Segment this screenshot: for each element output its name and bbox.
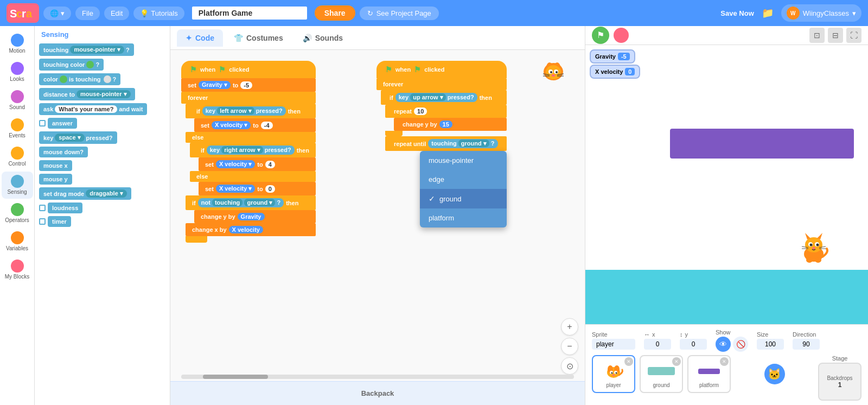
block-mouse-x[interactable]: mouse x — [39, 160, 165, 172]
green-flag-button[interactable]: ⚑ — [592, 27, 609, 44]
stage-thumbnail[interactable]: Backdrops 1 — [818, 363, 861, 401]
user-badge[interactable]: W WiingyClasses ▾ — [781, 4, 861, 22]
block-if-left[interactable]: if key left arrow ▾ pressed? then — [186, 104, 316, 118]
zoom-reset-button[interactable]: ⊙ — [561, 357, 578, 375]
y-value-input[interactable] — [680, 339, 707, 350]
dropdown-item-ground[interactable]: ✓ ground — [420, 189, 507, 208]
sound-label: Sound — [9, 104, 25, 111]
horizontal-scrollbar[interactable] — [181, 375, 574, 379]
sidebar-item-myblocks[interactable]: My Blocks — [2, 256, 33, 283]
x-value-input[interactable] — [644, 339, 671, 350]
show-visible-button[interactable]: 👁 — [716, 337, 731, 352]
sidebar-item-variables[interactable]: Variables — [2, 228, 33, 255]
block-if-right[interactable]: if key right arrow ▾ pressed? then — [190, 143, 316, 157]
ground-sprite-label: ground — [653, 382, 669, 388]
motion-label: Motion — [9, 48, 25, 54]
repeat-close-1 — [385, 131, 403, 136]
dropdown-item-platform[interactable]: platform — [420, 208, 507, 227]
block-answer[interactable]: answer — [39, 117, 165, 129]
block-set-gravity[interactable]: set Gravity ▾ to -5 — [181, 78, 316, 92]
sprite-thumb-ground[interactable]: ✕ ground — [640, 355, 683, 393]
left-hat-block[interactable]: ⚑ when ⚑ clicked — [181, 61, 316, 78]
block-set-xvel-0[interactable]: set X velocity ▾ to 0 — [199, 182, 316, 195]
direction-input[interactable] — [793, 339, 820, 350]
loudness-checkbox[interactable] — [39, 205, 46, 211]
timer-checkbox[interactable] — [39, 218, 46, 225]
see-project-button[interactable]: ↻ See Project Page — [360, 7, 439, 20]
block-change-y-gravity[interactable]: change y by Gravity — [194, 210, 316, 223]
size-input[interactable] — [757, 339, 784, 350]
add-sprite-button[interactable]: 🐱 — [764, 364, 785, 384]
zoom-in-button[interactable]: + — [561, 318, 578, 336]
svg-point-12 — [552, 74, 555, 77]
dropdown-label-platform: platform — [429, 214, 454, 222]
layout-large-button[interactable]: ⊟ — [828, 28, 843, 43]
block-forever[interactable]: forever — [181, 92, 316, 104]
block-change-y-15[interactable]: change y by 15 — [394, 118, 507, 131]
block-set-xvel-neg4[interactable]: set X velocity ▾ to -4 — [194, 118, 316, 132]
globe-button[interactable]: 🌐 ▾ — [43, 7, 71, 20]
sidebar-item-events[interactable]: Events — [2, 115, 33, 142]
sidebar-item-motion[interactable]: Motion — [2, 30, 33, 58]
block-timer-row: timer — [39, 216, 165, 227]
file-label: File — [82, 9, 93, 17]
sidebar-item-sound[interactable]: Sound — [2, 87, 33, 114]
y-label-row: ↕ y — [680, 331, 707, 338]
right-forever[interactable]: forever — [376, 78, 507, 90]
player-delete-button[interactable]: ✕ — [624, 357, 633, 366]
ground-delete-button[interactable]: ✕ — [672, 357, 681, 366]
block-touching[interactable]: touching mouse-pointer ▾ ? — [39, 43, 165, 56]
scratch-logo[interactable]: S c r a — [7, 3, 39, 23]
tab-sounds[interactable]: 🔊 Sounds — [294, 29, 352, 47]
tab-costumes[interactable]: 👕 Costumes — [225, 29, 292, 47]
block-drag-mode[interactable]: set drag mode draggable ▾ — [39, 187, 165, 200]
folder-icon[interactable]: 📁 — [758, 7, 777, 19]
block-mouse-y[interactable]: mouse y — [39, 173, 165, 185]
layout-small-button[interactable]: ⊡ — [809, 28, 825, 43]
block-color-touching[interactable]: color is touching ? — [39, 73, 165, 86]
show-hidden-button[interactable]: 🚫 — [733, 337, 748, 352]
block-ask[interactable]: ask What's your name? and wait — [39, 103, 165, 116]
block-if-up[interactable]: if key up arrow ▾ pressed? then — [381, 90, 507, 105]
share-button[interactable]: Share — [315, 5, 355, 21]
show-group: Show 👁 🚫 — [716, 329, 748, 352]
block-change-x-xvel[interactable]: change x by X velocity — [186, 223, 316, 236]
stop-button[interactable] — [614, 28, 629, 43]
edit-menu[interactable]: Edit — [104, 7, 129, 20]
block-touching-color[interactable]: touching color ? — [39, 58, 165, 71]
project-title-input[interactable] — [191, 5, 308, 21]
stage-thumb-group: Stage Backdrops 1 — [818, 355, 861, 401]
block-distance-to[interactable]: distance to mouse-pointer ▾ — [39, 87, 165, 101]
right-hat-block[interactable]: ⚑ when ⚑ clicked — [376, 61, 507, 78]
sprite-thumb-player[interactable]: ✕ player — [592, 355, 635, 393]
save-now-button[interactable]: Save Now — [720, 9, 754, 17]
sidebar-item-looks[interactable]: Looks — [2, 59, 33, 86]
backpack-bar[interactable]: Backpack — [170, 381, 585, 405]
sidebar-item-sensing[interactable]: Sensing — [2, 172, 33, 199]
tutorials-button[interactable]: 💡 Tutorials — [133, 7, 184, 20]
file-menu[interactable]: File — [75, 7, 100, 20]
block-set-xvel-4[interactable]: set X velocity ▾ to 4 — [199, 157, 316, 171]
backdrops-count: 1 — [838, 381, 842, 389]
block-mouse-down[interactable]: mouse down? — [39, 146, 165, 158]
block-repeat-until[interactable]: repeat until touching ground ▾ ? — [385, 136, 507, 151]
platform-delete-button[interactable]: ✕ — [720, 357, 729, 366]
tab-code[interactable]: ✦ Code — [177, 29, 223, 47]
block-repeat-10[interactable]: repeat 10 — [385, 105, 507, 118]
block-key-pressed[interactable]: key space ▾ pressed? — [39, 131, 165, 144]
sidebar-item-operators[interactable]: Operators — [2, 200, 33, 227]
layout-fullscreen-button[interactable]: ⛶ — [846, 28, 861, 43]
stage-ground — [585, 270, 868, 324]
block-if-not-ground[interactable]: if not touching ground ▾ ? then — [186, 195, 316, 210]
sprite-thumb-platform[interactable]: ✕ platform — [687, 355, 731, 393]
scripts-area[interactable]: ⚑ when ⚑ clicked set Gravity ▾ to -5 for… — [170, 50, 585, 381]
block-loudness[interactable]: loudness — [48, 202, 82, 213]
block-timer[interactable]: timer — [48, 216, 71, 227]
dropdown-item-edge[interactable]: edge — [420, 170, 507, 189]
player-sprite-label: player — [606, 382, 621, 388]
variables-label: Variables — [6, 245, 28, 252]
sprite-name-input[interactable] — [592, 339, 635, 350]
zoom-out-button[interactable]: − — [561, 338, 578, 355]
dropdown-item-mouse-pointer[interactable]: mouse-pointer — [420, 151, 507, 170]
sidebar-item-control[interactable]: Control — [2, 143, 33, 170]
